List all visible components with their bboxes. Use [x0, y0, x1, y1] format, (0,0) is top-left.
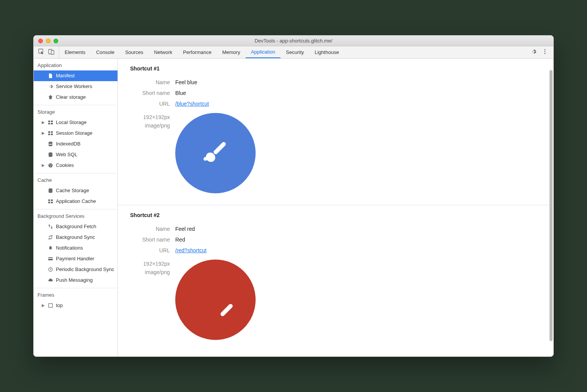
shortcut-name: Feel red — [175, 226, 195, 232]
tab-lighthouse[interactable]: Lighthouse — [309, 46, 344, 58]
sidebar-item-label: Background Sync — [56, 234, 95, 241]
sidebar-item-application-cache[interactable]: Application Cache — [34, 196, 117, 207]
cloud-icon — [47, 277, 54, 283]
svg-rect-31 — [220, 303, 233, 317]
sidebar-item-cookies[interactable]: ▶ Cookies — [34, 160, 117, 171]
sidebar-item-payment-handler[interactable]: Payment Handler — [34, 253, 117, 264]
shortcut-shortname: Red — [175, 237, 185, 243]
tab-memory[interactable]: Memory — [217, 46, 246, 58]
sidebar-item-label: Background Fetch — [56, 223, 96, 230]
manifest-content[interactable]: Shortcut #1 Name Feel blue Short name Bl… — [118, 59, 553, 356]
svg-rect-9 — [51, 123, 53, 124]
more-icon[interactable] — [542, 49, 548, 56]
shortcut-block-2: Shortcut #2 Name Feel red Short name Red… — [118, 205, 553, 321]
icon-mime: image/png — [118, 268, 170, 276]
tab-application[interactable]: Application — [246, 46, 281, 58]
sidebar-item-clear-storage[interactable]: Clear storage — [34, 92, 117, 103]
tab-security[interactable]: Security — [280, 46, 309, 58]
sidebar-group-frames: Frames — [34, 288, 117, 300]
clock-icon — [47, 266, 54, 273]
window-title: DevTools - app-shortcuts.glitch.me/ — [34, 38, 553, 44]
sidebar-item-label: Local Storage — [56, 119, 86, 126]
card-icon — [47, 256, 54, 262]
tab-elements[interactable]: Elements — [59, 46, 91, 58]
sidebar-item-background-sync[interactable]: Background Sync — [34, 232, 117, 243]
svg-rect-7 — [51, 121, 53, 122]
file-icon — [47, 73, 54, 79]
gear-icon — [47, 83, 54, 90]
database-icon — [47, 152, 54, 158]
settings-icon[interactable] — [530, 49, 536, 56]
shortcut-url-link[interactable]: /red?shortcut — [175, 247, 207, 253]
sidebar-item-notifications[interactable]: Notifications — [34, 243, 117, 253]
svg-rect-26 — [48, 258, 53, 259]
sidebar-item-label: Manifest — [56, 72, 75, 80]
inspect-icon[interactable] — [38, 49, 44, 56]
close-window-button[interactable] — [38, 39, 43, 43]
sidebar-item-push-messaging[interactable]: Push Messaging — [34, 275, 117, 286]
scrollbar[interactable] — [549, 70, 553, 341]
shortcut-name: Feel blue — [175, 79, 197, 85]
frame-icon — [47, 302, 54, 309]
grid-icon — [47, 119, 54, 126]
sidebar-item-local-storage[interactable]: ▶ Local Storage — [34, 117, 117, 128]
tab-performance[interactable]: Performance — [178, 46, 217, 58]
field-label-shortname: Short name — [118, 237, 175, 243]
sidebar-item-label: Clear storage — [56, 93, 86, 101]
tab-network[interactable]: Network — [149, 46, 178, 58]
sidebar-group-cache: Cache — [34, 173, 117, 185]
sidebar-group-storage: Storage — [34, 105, 117, 117]
sync-icon — [47, 234, 54, 240]
tab-console[interactable]: Console — [91, 46, 120, 58]
sidebar-item-periodic-sync[interactable]: Periodic Background Sync — [34, 264, 117, 275]
svg-rect-21 — [48, 199, 50, 201]
shortcut-shortname: Blue — [175, 90, 186, 96]
sidebar-item-label: Cookies — [56, 162, 74, 169]
svg-rect-12 — [48, 134, 50, 135]
svg-rect-13 — [51, 134, 53, 135]
svg-rect-6 — [48, 121, 50, 122]
svg-point-5 — [545, 53, 546, 54]
shortcut-url-link[interactable]: /blue?shortcut — [175, 101, 209, 107]
sidebar-item-manifest[interactable]: Manifest — [34, 70, 117, 81]
sidebar-item-websql[interactable]: Web SQL — [34, 149, 117, 160]
svg-point-19 — [50, 166, 51, 167]
minimize-window-button[interactable] — [46, 39, 51, 43]
field-label-url: URL — [118, 247, 175, 253]
shortcut-heading: Shortcut #2 — [118, 205, 553, 224]
sidebar-group-application: Application — [34, 59, 117, 70]
brush-icon — [198, 135, 233, 171]
sidebar-item-top-frame[interactable]: ▶ top — [34, 300, 117, 311]
sidebar-item-indexeddb[interactable]: IndexedDB — [34, 139, 117, 149]
svg-rect-23 — [48, 202, 50, 203]
device-toolbar-icon[interactable] — [48, 49, 54, 56]
grid-icon — [47, 198, 54, 204]
maximize-window-button[interactable] — [54, 39, 58, 43]
svg-rect-28 — [49, 304, 52, 307]
database-icon — [47, 188, 54, 194]
sidebar-item-session-storage[interactable]: ▶ Session Storage — [34, 128, 117, 139]
sidebar-item-label: Periodic Background Sync — [56, 266, 114, 273]
trash-icon — [47, 94, 54, 100]
svg-point-17 — [49, 164, 50, 165]
sidebar-item-label: Service Workers — [56, 83, 92, 90]
svg-rect-11 — [51, 131, 53, 133]
disclosure-icon[interactable]: ▶ — [41, 119, 45, 126]
sidebar-item-label: Notifications — [56, 244, 83, 252]
sidebar-item-label: Web SQL — [56, 151, 77, 158]
svg-point-18 — [51, 165, 52, 165]
sidebar-item-cache-storage[interactable]: Cache Storage — [34, 185, 117, 196]
tab-sources[interactable]: Sources — [120, 46, 149, 58]
sidebar-item-background-fetch[interactable]: Background Fetch — [34, 221, 117, 232]
sidebar-item-service-workers[interactable]: Service Workers — [34, 81, 117, 92]
icon-mime: image/png — [118, 121, 170, 130]
svg-rect-2 — [51, 51, 54, 54]
icon-size: 192×192px — [118, 113, 170, 121]
disclosure-icon[interactable]: ▶ — [41, 302, 45, 309]
disclosure-icon[interactable]: ▶ — [41, 129, 45, 137]
svg-rect-22 — [51, 199, 53, 201]
application-sidebar: Application Manifest Service Workers Cle… — [34, 59, 118, 356]
disclosure-icon[interactable]: ▶ — [41, 162, 45, 169]
svg-rect-24 — [51, 202, 53, 203]
shortcut-icon-preview — [175, 113, 256, 193]
